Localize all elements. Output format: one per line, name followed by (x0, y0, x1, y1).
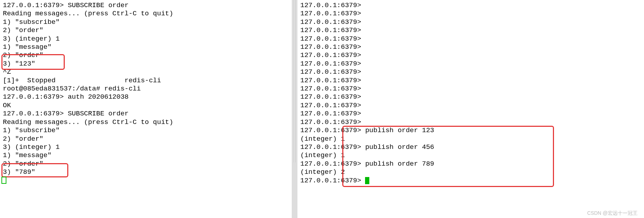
terminal-line: 127.0.0.1:6379> publish order 123 (300, 126, 641, 135)
terminal-line: 127.0.0.1:6379> SUBSCRIBE order (3, 1, 289, 10)
terminal-line: 127.0.0.1:6379> (300, 43, 641, 51)
terminal-line: 2) "order" (3, 160, 289, 168)
terminal-line: Reading messages... (press Ctrl-C to qui… (3, 10, 289, 18)
terminal-line: ^Z (3, 68, 289, 76)
terminal-line: 2) "order" (3, 26, 289, 35)
terminal-line: 127.0.0.1:6379> (300, 1, 641, 10)
terminal-line: 127.0.0.1:6379> (300, 118, 641, 126)
terminal-line: 127.0.0.1:6379> (300, 18, 641, 26)
prompt-text: 127.0.0.1:6379> (300, 177, 365, 185)
terminal-line: OK (3, 102, 289, 110)
terminal-line: 127.0.0.1:6379> (300, 93, 641, 101)
terminal-line: 127.0.0.1:6379> publish order 456 (300, 143, 641, 151)
terminal-line: (integer) 2 (300, 168, 641, 176)
terminal-split-container: 127.0.0.1:6379> SUBSCRIBE order Reading … (0, 0, 644, 218)
terminal-line: 127.0.0.1:6379> (300, 51, 641, 59)
terminal-line: 127.0.0.1:6379> (300, 77, 641, 85)
terminal-line: 1) "subscribe" (3, 126, 289, 135)
terminal-line: 3) "123" (3, 60, 289, 68)
terminal-line: 3) "789" (3, 168, 289, 176)
cursor-indicator (1, 177, 6, 184)
terminal-line: 3) (integer) 1 (3, 35, 289, 43)
cursor-block (365, 177, 369, 184)
terminal-line: 127.0.0.1:6379> (300, 102, 641, 110)
pane-divider[interactable] (292, 0, 297, 218)
terminal-line: Reading messages... (press Ctrl-C to qui… (3, 118, 289, 126)
terminal-line: 3) (integer) 1 (3, 143, 289, 151)
terminal-line: 127.0.0.1:6379> (300, 85, 641, 93)
terminal-line: 127.0.0.1:6379> (300, 35, 641, 43)
terminal-line: 127.0.0.1:6379> (300, 26, 641, 35)
terminal-line: (integer) 1 (300, 151, 641, 160)
terminal-line: 127.0.0.1:6379> publish order 789 (300, 160, 641, 168)
terminal-line: 1) "message" (3, 43, 289, 51)
right-terminal[interactable]: 127.0.0.1:6379> 127.0.0.1:6379> 127.0.0.… (297, 0, 644, 218)
terminal-line: 2) "order" (3, 135, 289, 143)
terminal-line: 2) "order" (3, 51, 289, 59)
terminal-line: 127.0.0.1:6379> (300, 68, 641, 76)
terminal-line: 1) "message" (3, 151, 289, 160)
terminal-line: [1]+ Stopped redis-cli (3, 77, 289, 85)
terminal-line: 127.0.0.1:6379> (300, 177, 641, 185)
terminal-line: 127.0.0.1:6379> (300, 10, 641, 18)
terminal-line: 127.0.0.1:6379> auth 2020612038 (3, 93, 289, 101)
terminal-line: 127.0.0.1:6379> SUBSCRIBE order (3, 110, 289, 118)
scrollbar-thumb[interactable] (294, 0, 295, 162)
left-terminal[interactable]: 127.0.0.1:6379> SUBSCRIBE order Reading … (0, 0, 292, 218)
terminal-line: root@085eda831537:/data# redis-cli (3, 85, 289, 93)
terminal-line: 1) "subscribe" (3, 18, 289, 26)
terminal-line: 127.0.0.1:6379> (300, 110, 641, 118)
watermark-text: CSDN @宏远十一冠王 (587, 210, 638, 217)
terminal-line: 127.0.0.1:6379> (300, 60, 641, 68)
terminal-line: (integer) 1 (300, 135, 641, 143)
